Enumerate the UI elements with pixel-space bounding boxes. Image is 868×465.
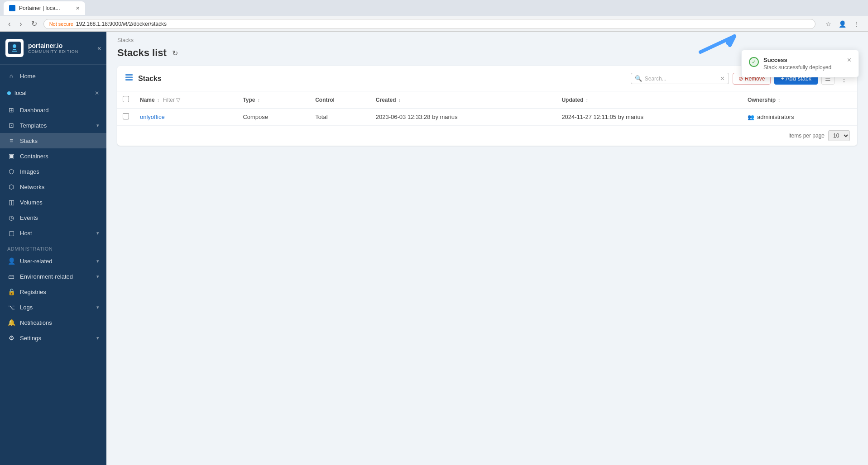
registries-icon: 🔒 [7,288,15,295]
sidebar-item-settings[interactable]: ⚙ Settings ▾ [0,330,106,346]
favicon [9,5,15,11]
col-type[interactable]: Type ↕ [237,91,310,109]
app: portainer.io COMMUNITY EDITION « ⌂ Home … [0,32,868,465]
env-name: local [14,90,27,96]
sidebar-item-templates[interactable]: ⊡ Templates ▾ [0,118,106,133]
events-icon: ◷ [7,214,15,221]
sidebar-item-images[interactable]: ⬡ Images [0,164,106,179]
sidebar-item-volumes[interactable]: ◫ Volumes [0,195,106,210]
sidebar-item-home[interactable]: ⌂ Home [0,68,106,84]
search-input[interactable] [645,76,717,82]
volumes-icon: ◫ [7,199,15,206]
profile-button[interactable]: 👤 [836,19,849,29]
forward-button[interactable]: › [17,19,24,29]
sidebar-item-networks[interactable]: ⬡ Networks [0,179,106,195]
browser-controls: ‹ › ↻ Not secure 192.168.1.18:9000/#!/2/… [0,16,868,32]
svg-point-1 [13,44,16,48]
bookmark-button[interactable]: ☆ [823,19,834,29]
type-sort-icon: ↕ [258,98,260,103]
collapse-sidebar-button[interactable]: « [97,44,101,52]
logo-area: portainer.io COMMUNITY EDITION [5,39,78,57]
items-per-page-select[interactable]: 10 [828,130,850,141]
back-button[interactable]: ‹ [5,19,13,29]
tab-title: Portainer | loca... [19,5,60,11]
environment-related-icon: 🗃 [7,273,15,280]
sidebar-item-label: Events [20,214,38,221]
row-checkbox[interactable] [123,113,129,119]
ownership-sort-icon: ↕ [778,98,780,103]
refresh-button[interactable]: ↻ [29,19,40,29]
table-header-row: Name ↕ Filter ▽ Type ↕ Control [117,91,857,109]
name-sort-icon[interactable]: ↕ [157,98,159,103]
logs-icon: ⌥ [7,304,15,311]
portainer-logo-svg [8,42,21,54]
table-body: onlyoffice Compose Total 2023-06-03 12:3… [117,109,857,126]
sidebar-item-environment-related[interactable]: 🗃 Environment-related ▾ [0,269,106,284]
networks-icon: ⬡ [7,183,15,190]
toast-content: Success Stack successfully deployed [763,57,843,71]
stacks-panel: Stacks 🔍 ✕ ⊘ Remove + Add stack [117,66,857,146]
sidebar-item-registries[interactable]: 🔒 Registries [0,284,106,299]
table-row: onlyoffice Compose Total 2023-06-03 12:3… [117,109,857,126]
search-clear-button[interactable]: ✕ [720,75,725,82]
sidebar-item-containers[interactable]: ▣ Containers [0,148,106,164]
close-tab-button[interactable]: ✕ [76,5,80,11]
stacks-table: Name ↕ Filter ▽ Type ↕ Control [117,91,857,126]
sidebar-item-label: Registries [20,289,46,295]
sidebar-item-label: User-related [20,258,53,265]
svg-rect-2 [13,49,16,50]
home-icon: ⌂ [7,72,15,80]
search-box: 🔍 ✕ [631,73,729,84]
sidebar-item-dashboard[interactable]: ⊞ Dashboard [0,102,106,118]
sidebar-item-notifications[interactable]: 🔔 Notifications [0,315,106,330]
col-name: Name ↕ Filter ▽ [134,91,237,109]
ownership-value: administrators [757,114,794,120]
row-name-col: onlyoffice [134,109,237,126]
templates-icon: ⊡ [7,122,15,129]
notifications-icon: 🔔 [7,319,15,326]
logo-text: portainer.io COMMUNITY EDITION [28,42,78,54]
logo-sub: COMMUNITY EDITION [28,49,78,54]
svg-rect-3 [12,51,17,52]
toast-close-button[interactable]: × [847,57,851,64]
refresh-stacks-button[interactable]: ↻ [171,48,179,58]
svg-rect-6 [125,79,133,81]
images-icon: ⬡ [7,168,15,175]
address-bar[interactable]: Not secure 192.168.1.18:9000/#!/2/docker… [43,19,815,29]
col-ownership[interactable]: Ownership ↕ [742,91,857,109]
home-label: Home [20,73,36,80]
sidebar-item-user-related[interactable]: 👤 User-related ▾ [0,253,106,269]
host-icon: ▢ [7,229,15,237]
svg-rect-5 [125,77,133,78]
select-all-col [117,91,134,109]
success-toast: ✓ Success Stack successfully deployed × [741,50,859,77]
sidebar-item-label: Templates [20,122,47,129]
col-control: Control [310,91,370,109]
name-filter-button[interactable]: Filter ▽ [163,97,180,103]
env-status-dot [7,91,11,95]
dashboard-icon: ⊞ [7,106,15,114]
sidebar-item-label: Volumes [20,199,43,206]
sidebar-item-events[interactable]: ◷ Events [0,210,106,225]
sidebar-item-label: Notifications [20,319,52,326]
col-updated[interactable]: Updated ↕ [556,91,742,109]
env-close-icon[interactable]: ✕ [95,90,99,96]
sidebar-item-label: Stacks [20,138,38,144]
sidebar-item-host[interactable]: ▢ Host ▾ [0,225,106,241]
sidebar-item-logs[interactable]: ⌥ Logs ▾ [0,299,106,315]
stack-name-link[interactable]: onlyoffice [140,114,165,120]
sidebar-item-label: Dashboard [20,107,49,114]
ownership-icon: 👥 [748,114,754,120]
env-section: local ✕ [0,84,106,102]
col-created[interactable]: Created ↕ [370,91,556,109]
admin-section-label: Administration [0,241,106,253]
menu-button[interactable]: ⋮ [851,19,863,29]
sidebar-item-label: Settings [20,335,41,342]
sidebar-item-stacks[interactable]: ≡ Stacks [0,133,106,148]
select-all-checkbox[interactable] [123,96,129,102]
env-local-item[interactable]: local ✕ [4,86,103,100]
browser-tab[interactable]: Portainer | loca... ✕ [4,1,85,15]
stacks-icon: ≡ [7,137,15,144]
row-created-col: 2023-06-03 12:33:28 by marius [370,109,556,126]
browser-actions: ☆ 👤 ⋮ [823,19,863,29]
